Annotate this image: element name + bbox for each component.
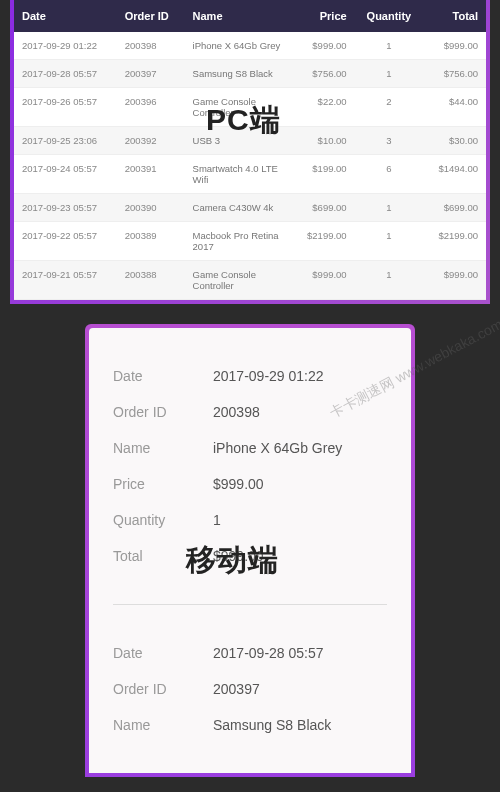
table-row[interactable]: 2017-09-23 05:57200390Camera C430W 4k$69… [14, 194, 486, 222]
cell-total: $2199.00 [423, 222, 486, 261]
col-total: Total [423, 0, 486, 32]
mobile-label: Date [113, 368, 213, 384]
cell-order-id: 200389 [117, 222, 185, 261]
cell-date: 2017-09-23 05:57 [14, 194, 117, 222]
mobile-label: Name [113, 717, 213, 733]
mobile-value: $999.00 [213, 548, 387, 564]
mobile-label: Name [113, 440, 213, 456]
cell-order-id: 200396 [117, 88, 185, 127]
col-date: Date [14, 0, 117, 32]
table-row[interactable]: 2017-09-28 05:57200397Samsung S8 Black$7… [14, 60, 486, 88]
cell-quantity: 1 [355, 222, 423, 261]
cell-price: $699.00 [292, 194, 355, 222]
cell-total: $44.00 [423, 88, 486, 127]
cell-price: $10.00 [292, 127, 355, 155]
cell-name: USB 3 [185, 127, 292, 155]
col-price: Price [292, 0, 355, 32]
mobile-value: iPhone X 64Gb Grey [213, 440, 387, 456]
cell-date: 2017-09-25 23:06 [14, 127, 117, 155]
table-header-row: Date Order ID Name Price Quantity Total [14, 0, 486, 32]
cell-price: $22.00 [292, 88, 355, 127]
cell-price: $199.00 [292, 155, 355, 194]
mobile-value: 2017-09-28 05:57 [213, 645, 387, 661]
col-quantity: Quantity [355, 0, 423, 32]
cell-quantity: 1 [355, 194, 423, 222]
cell-date: 2017-09-26 05:57 [14, 88, 117, 127]
cell-total: $30.00 [423, 127, 486, 155]
mobile-value: $999.00 [213, 476, 387, 492]
cell-date: 2017-09-28 05:57 [14, 60, 117, 88]
cell-date: 2017-09-21 05:57 [14, 261, 117, 300]
cell-quantity: 6 [355, 155, 423, 194]
mobile-row-total: Total$999.00 [113, 538, 387, 574]
mobile-label: Total [113, 548, 213, 564]
cell-quantity: 1 [355, 60, 423, 88]
mobile-inner: Date2017-09-29 01:22Order ID200398NameiP… [89, 328, 411, 773]
mobile-row-quantity: Quantity1 [113, 502, 387, 538]
cell-total: $756.00 [423, 60, 486, 88]
cell-price: $999.00 [292, 32, 355, 60]
mobile-value: 200397 [213, 681, 387, 697]
mobile-label: Order ID [113, 404, 213, 420]
cell-order-id: 200390 [117, 194, 185, 222]
cell-quantity: 1 [355, 261, 423, 300]
cell-name: iPhone X 64Gb Grey [185, 32, 292, 60]
cell-quantity: 3 [355, 127, 423, 155]
mobile-value: 200398 [213, 404, 387, 420]
table-row[interactable]: 2017-09-22 05:57200389Macbook Pro Retina… [14, 222, 486, 261]
cell-total: $999.00 [423, 261, 486, 300]
mobile-row-name: NameiPhone X 64Gb Grey [113, 430, 387, 466]
cell-name: Game Console Controller [185, 261, 292, 300]
cell-order-id: 200397 [117, 60, 185, 88]
cell-order-id: 200388 [117, 261, 185, 300]
cell-name: Smartwatch 4.0 LTE Wifi [185, 155, 292, 194]
cell-order-id: 200392 [117, 127, 185, 155]
table-row[interactable]: 2017-09-25 23:06200392USB 3$10.003$30.00 [14, 127, 486, 155]
mobile-row-price: Price$999.00 [113, 466, 387, 502]
cell-order-id: 200391 [117, 155, 185, 194]
mobile-row-date: Date2017-09-28 05:57 [113, 635, 387, 671]
cell-quantity: 2 [355, 88, 423, 127]
cell-name: Samsung S8 Black [185, 60, 292, 88]
cell-name: Camera C430W 4k [185, 194, 292, 222]
cell-name: Game Console Controller [185, 88, 292, 127]
table-row[interactable]: 2017-09-24 05:57200391Smartwatch 4.0 LTE… [14, 155, 486, 194]
table-row[interactable]: 2017-09-21 05:57200388Game Console Contr… [14, 261, 486, 300]
mobile-view-panel: Date2017-09-29 01:22Order ID200398NameiP… [85, 324, 415, 777]
table-row[interactable]: 2017-09-26 05:57200396Game Console Contr… [14, 88, 486, 127]
mobile-row-order_id: Order ID200397 [113, 671, 387, 707]
mobile-label: Order ID [113, 681, 213, 697]
cell-date: 2017-09-29 01:22 [14, 32, 117, 60]
cell-price: $2199.00 [292, 222, 355, 261]
cell-total: $699.00 [423, 194, 486, 222]
mobile-value: 2017-09-29 01:22 [213, 368, 387, 384]
cell-price: $756.00 [292, 60, 355, 88]
mobile-row-date: Date2017-09-29 01:22 [113, 358, 387, 394]
mobile-label: Date [113, 645, 213, 661]
col-order-id: Order ID [117, 0, 185, 32]
mobile-row-order_id: Order ID200398 [113, 394, 387, 430]
cell-price: $999.00 [292, 261, 355, 300]
cell-name: Macbook Pro Retina 2017 [185, 222, 292, 261]
mobile-label: Quantity [113, 512, 213, 528]
table-row[interactable]: 2017-09-29 01:22200398iPhone X 64Gb Grey… [14, 32, 486, 60]
pc-view-panel: Date Order ID Name Price Quantity Total … [10, 0, 490, 304]
cell-date: 2017-09-22 05:57 [14, 222, 117, 261]
orders-table: Date Order ID Name Price Quantity Total … [14, 0, 486, 300]
col-name: Name [185, 0, 292, 32]
mobile-label: Price [113, 476, 213, 492]
cell-date: 2017-09-24 05:57 [14, 155, 117, 194]
mobile-value: 1 [213, 512, 387, 528]
mobile-card[interactable]: Date2017-09-28 05:57Order ID200397NameSa… [113, 635, 387, 773]
cell-total: $1494.00 [423, 155, 486, 194]
cell-total: $999.00 [423, 32, 486, 60]
cell-quantity: 1 [355, 32, 423, 60]
mobile-row-name: NameSamsung S8 Black [113, 707, 387, 743]
cell-order-id: 200398 [117, 32, 185, 60]
mobile-value: Samsung S8 Black [213, 717, 387, 733]
mobile-card[interactable]: Date2017-09-29 01:22Order ID200398NameiP… [113, 358, 387, 605]
